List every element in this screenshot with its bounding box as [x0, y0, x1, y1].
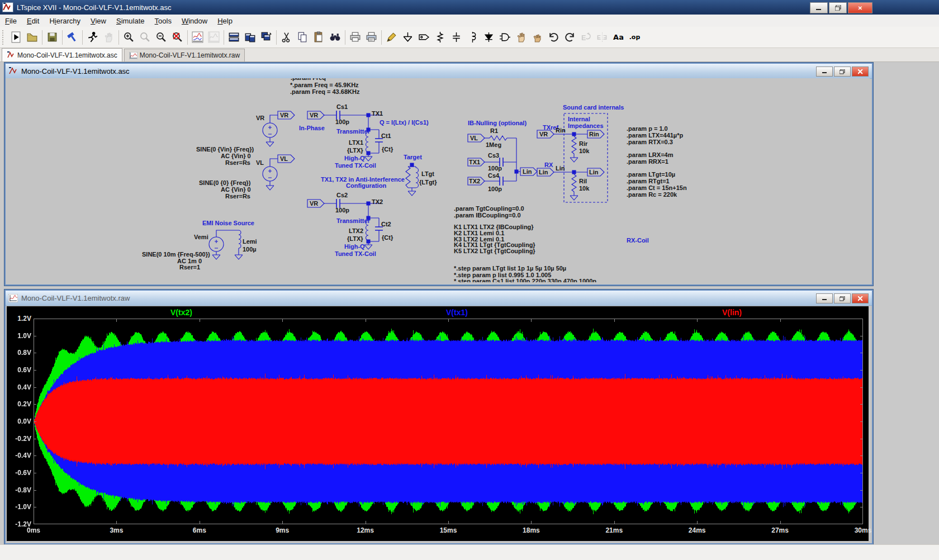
menu-item-edit[interactable]: Edit: [22, 16, 44, 26]
toolbar-undo-icon[interactable]: [546, 29, 562, 45]
toolbar-zoom-out-icon[interactable]: [153, 29, 169, 45]
cap-cs2-value: 100p: [335, 207, 349, 213]
net-lin: Lin: [556, 165, 565, 172]
source-vemi-name: Vemi: [194, 234, 208, 240]
close-button[interactable]: ✕: [848, 2, 872, 13]
tab-label: Mono-Coil-VLF-V1.1emitwotx.asc: [17, 51, 117, 59]
toolbar-cascade-windows-icon[interactable]: [258, 29, 274, 45]
trace-label-vtx2[interactable]: V(tx2): [170, 308, 192, 317]
menu-item-simulate[interactable]: Simulate: [111, 16, 150, 26]
schematic-close-button[interactable]: [852, 67, 869, 77]
source-vr-value: SINE(0 {Vin} {Freq}): [196, 146, 254, 153]
tab-asc[interactable]: Mono-Coil-VLF-V1.1emitwotx.asc: [2, 48, 122, 61]
flag-lin-out: Lin: [589, 169, 599, 175]
schematic-minimize-button[interactable]: [816, 67, 833, 77]
toolbar-place-resistor-icon[interactable]: [432, 29, 448, 45]
toolbar-cut-icon[interactable]: [278, 29, 295, 45]
x-tick-label: 27ms: [768, 526, 793, 534]
waveform-title-bar[interactable]: Mono-Coil-VLF-V1.1emitwotx.raw: [6, 291, 872, 306]
toolbar-print-preview-icon[interactable]: [363, 29, 380, 45]
comment-highq-2: High-Q: [344, 244, 365, 250]
emi-noise-source[interactable]: [209, 230, 243, 259]
toolbar: EEEAa.op: [0, 27, 939, 48]
waveform-close-button[interactable]: [852, 293, 869, 303]
source-vemi-value: SINE(0 10m {Freq-500}): [142, 251, 210, 258]
toolbar-place-ground-icon[interactable]: [400, 29, 416, 45]
trace-label-vlin[interactable]: V(lin): [722, 308, 742, 317]
waveform-restore-button[interactable]: [834, 293, 851, 303]
inductor-lemi-value: 100µ: [243, 246, 257, 253]
toolbar-grip[interactable]: [2, 30, 6, 45]
toolbar-autorange-y-axis-icon[interactable]: [189, 29, 206, 45]
schematic-canvas[interactable]: .param Freq: [6, 78, 870, 282]
waveform-minimize-button[interactable]: [816, 293, 833, 303]
toolbar-place-component-icon[interactable]: [497, 29, 513, 45]
menu-item-file[interactable]: File: [0, 16, 22, 26]
tab-raw[interactable]: Mono-Coil-VLF-V1.1emitwotx.raw: [124, 49, 245, 61]
toolbar-zoom-in-icon[interactable]: [121, 29, 137, 45]
voltage-source-vl[interactable]: [263, 155, 295, 190]
main-title-bar[interactable]: LTspice XVII - Mono-Coil-VLF-V1.1emitwot…: [0, 0, 939, 15]
directive-freq-2: .param Freq = 43.68KHz: [290, 89, 359, 95]
comment-configuration: Configuration: [346, 183, 386, 189]
param-ibcoupling: .param IBCoupling=0.0: [454, 212, 521, 219]
toolbar-rotate-icon: E: [578, 29, 594, 45]
flag-vl-ib: VL: [470, 135, 478, 141]
inductor-ltx1-value: {LTX}: [347, 148, 363, 154]
toolbar-place-diode-icon[interactable]: [481, 29, 497, 45]
svg-text:E: E: [597, 34, 601, 41]
toolbar-save-icon[interactable]: [44, 29, 60, 45]
menu-item-view[interactable]: View: [86, 16, 111, 26]
toolbar-separator: [62, 30, 63, 45]
toolbar-place-capacitor-icon[interactable]: [448, 29, 464, 45]
toolbar-open-file-icon[interactable]: [24, 29, 40, 45]
x-tick-label: 3ms: [104, 526, 129, 534]
minimize-button[interactable]: [810, 2, 828, 13]
restore-button[interactable]: [829, 2, 847, 13]
menu-item-help[interactable]: Help: [212, 16, 238, 26]
comment-sound-card: Sound card internals: [563, 105, 624, 111]
menu-item-hierarchy[interactable]: Hierarchy: [44, 16, 86, 26]
toolbar-print-icon[interactable]: [347, 29, 363, 45]
toolbar-halt-simulation-icon: [101, 29, 117, 45]
inductor-ltx2-value: {LTX}: [347, 236, 363, 242]
target-inductor[interactable]: [406, 163, 419, 196]
schematic-restore-button[interactable]: [834, 67, 851, 77]
schematic-title-bar[interactable]: Mono-Coil-VLF-V1.1emitwotx.asc: [6, 64, 872, 79]
comment-emi-noise: EMI Noise Source: [202, 220, 254, 226]
toolbar-drag-icon[interactable]: [529, 29, 546, 45]
toolbar-redo-icon[interactable]: [562, 29, 578, 45]
cap-cs3-value: 100p: [488, 165, 502, 172]
k5-statement: K5 LTX2 LTgt {TgtCoupling}: [454, 248, 535, 254]
toolbar-zoom-full-extents-icon[interactable]: [169, 29, 186, 45]
toolbar-tile-vertically-icon[interactable]: [242, 29, 258, 45]
toolbar-find-icon[interactable]: [327, 29, 343, 45]
trace-label-vtx1[interactable]: V(tx1): [446, 308, 468, 317]
toolbar-place-inductor-icon[interactable]: [464, 29, 481, 45]
toolbar-separator: [224, 30, 224, 45]
cap-cs1-value: 100p: [335, 119, 349, 125]
toolbar-run-simulation-icon[interactable]: [84, 29, 101, 45]
resistor-rir-value: 10k: [579, 148, 589, 154]
tab-bar: Mono-Coil-VLF-V1.1emitwotx.ascMono-Coil-…: [0, 48, 939, 62]
menu-item-tools[interactable]: Tools: [150, 16, 177, 26]
toolbar-place-net-label-icon[interactable]: [416, 29, 432, 45]
toolbar-new-schematic-run-icon[interactable]: [8, 29, 24, 45]
toolbar-paste-icon[interactable]: [311, 29, 327, 45]
toolbar-spice-directive-icon[interactable]: .op: [627, 29, 643, 45]
toolbar-control-panel-icon[interactable]: [64, 29, 80, 45]
menu-item-window[interactable]: Window: [177, 16, 212, 26]
waveform-window-title: Mono-Coil-VLF-V1.1emitwotx.raw: [21, 294, 130, 302]
param-ltx: .param LTX=441µ*p: [627, 132, 683, 139]
toolbar-copy-icon[interactable]: [295, 29, 311, 45]
toolbar-move-icon[interactable]: [513, 29, 529, 45]
param-rtgt: .param RTgt=1: [627, 178, 670, 184]
waveform-plot[interactable]: [34, 319, 863, 524]
param-p: .param p = 1.0: [627, 126, 668, 132]
toolbar-tile-horizontally-icon[interactable]: [226, 29, 242, 45]
toolbar-add-text-icon[interactable]: Aa: [610, 29, 627, 45]
flag-vr-tx1: VR: [310, 112, 318, 118]
toolbar-draw-wire-icon[interactable]: [383, 29, 400, 45]
comment-highq-1: High-Q: [344, 155, 365, 162]
voltage-source-vr[interactable]: [263, 111, 295, 146]
